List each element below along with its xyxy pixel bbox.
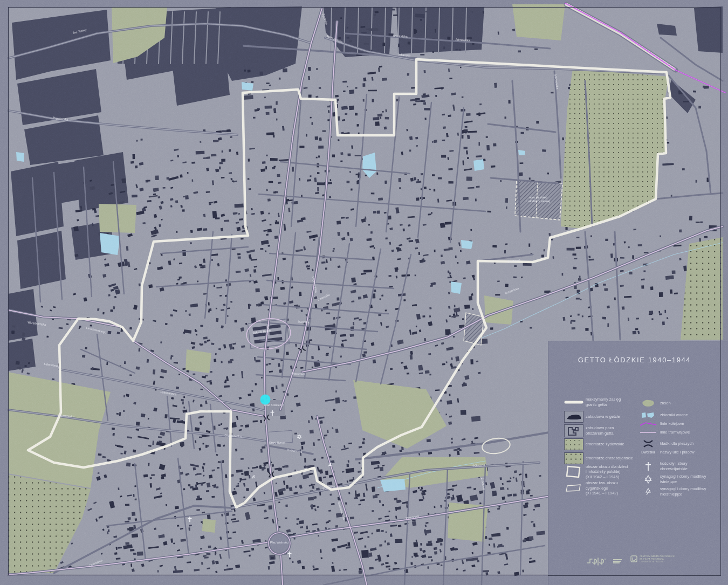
tram-icon <box>636 430 660 435</box>
buildings-in-ghetto-icon <box>562 411 586 423</box>
railway-icon <box>636 421 660 427</box>
street-label: Plac Wolności <box>270 541 289 544</box>
logo-line: UNIWERSYTET ŁÓDZKI <box>640 561 675 563</box>
street-label: Dworska <box>298 320 310 324</box>
university-mark-icon <box>630 555 637 562</box>
synagogue-gone-icon <box>636 487 660 497</box>
buildings-outside-icon <box>562 424 586 437</box>
christian-cemetery-icon <box>562 452 586 464</box>
children-camp-label: obóz dla dzieci <box>529 196 547 199</box>
map-title: GETTO ŁÓDZKIE 1940–1944 <box>548 356 721 364</box>
water-icon <box>636 411 660 419</box>
green-icon <box>636 398 660 409</box>
church-icon <box>636 461 660 472</box>
left-logo <box>586 555 622 567</box>
right-logo: CENTRUM BADAŃ ŻYDOWSKICH IM. FILIPA FRIE… <box>630 555 675 563</box>
children-camp-icon <box>562 464 586 480</box>
legend-item-label: maksymalny zasięg granic getta <box>586 397 621 407</box>
ghetto-boundary-icon <box>562 400 586 405</box>
street-name-icon: Dworska <box>636 450 660 454</box>
click-marker <box>260 395 271 405</box>
jewish-cemetery-icon <box>562 438 586 450</box>
gypsy-camp-icon <box>562 481 586 495</box>
poster: Św. TeresyPojezierskaZgierskaWarszawskaI… <box>0 0 728 585</box>
legend-panel: GETTO ŁÓDZKIE 1940–1944 maksymalny zasię… <box>548 341 728 585</box>
synagogue-existing-icon <box>636 474 660 484</box>
left-logo-glyphs-icon <box>586 555 610 567</box>
street-label: Stary Rynek <box>269 441 285 444</box>
children-camp-label: i młodzieży polskiej <box>527 199 550 203</box>
footbridge-icon <box>636 439 660 449</box>
